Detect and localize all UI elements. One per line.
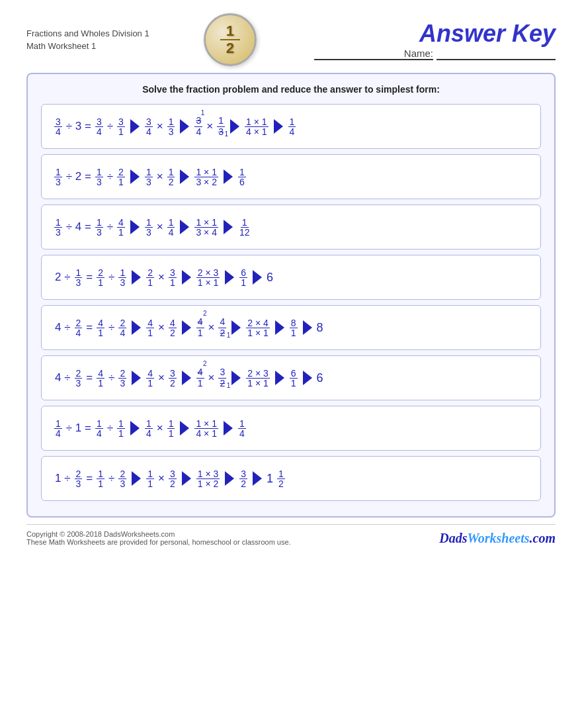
problem-4-math: 2 ÷ 13 = 21 ÷ 13 21 × 31 2 × 31 × 1 61 6 — [54, 268, 273, 287]
problem-2-math: 13 ÷ 2 = 13 ÷ 21 13 × 12 1 × 13 × 2 16 — [54, 167, 247, 187]
name-line: Name: — [311, 48, 556, 60]
problem-6-math: 4 ÷ 23 = 41 ÷ 23 41 × 32 4 2 1 — [54, 367, 323, 388]
header: Fractions and Wholes Division 1 Math Wor… — [26, 13, 556, 66]
footer-left: Copyright © 2008-2018 DadsWorksheets.com… — [26, 530, 291, 546]
problem-7-math: 14 ÷ 1 = 14 ÷ 11 14 × 11 1 × 14 × 1 14 — [54, 419, 247, 438]
instruction-text: Solve the fraction problem and reduce th… — [41, 84, 541, 95]
problem-1: 34 ÷ 3 = 34 ÷ 31 34 × 13 3 1 4 — [41, 104, 541, 149]
page: Fractions and Wholes Division 1 Math Wor… — [0, 0, 582, 728]
footer-logo: DadsWorksheets.com — [439, 531, 556, 546]
problem-1-math: 34 ÷ 3 = 34 ÷ 31 34 × 13 3 1 4 — [54, 116, 296, 137]
name-underline — [436, 48, 556, 60]
problem-7: 14 ÷ 1 = 14 ÷ 11 14 × 11 1 × 14 × 1 14 — [41, 406, 541, 451]
fraction-logo: 1 2 — [204, 13, 257, 66]
problem-8-math: 1 ÷ 23 = 11 ÷ 23 11 × 32 1 × 31 × 2 32 1… — [54, 469, 286, 488]
main-content-box: Solve the fraction problem and reduce th… — [26, 73, 556, 518]
worksheet-title-line1: Fractions and Wholes Division 1 — [26, 27, 149, 40]
answer-key-label: Answer Key — [311, 20, 556, 48]
problem-6: 4 ÷ 23 = 41 ÷ 23 41 × 32 4 2 1 — [41, 355, 541, 400]
worksheet-title-line2: Math Worksheet 1 — [26, 40, 149, 53]
problem-5-math: 4 ÷ 24 = 41 ÷ 24 41 × 42 4 2 1 — [54, 317, 323, 338]
problem-2: 13 ÷ 2 = 13 ÷ 21 13 × 12 1 × 13 × 2 16 — [41, 154, 541, 199]
header-center: 1 2 — [204, 13, 257, 66]
footer: Copyright © 2008-2018 DadsWorksheets.com… — [26, 524, 556, 546]
problem-3: 13 ÷ 4 = 13 ÷ 41 13 × 14 1 × 13 × 4 112 — [41, 205, 541, 250]
name-label: Name: — [314, 48, 433, 60]
footer-copyright: Copyright © 2008-2018 DadsWorksheets.com — [26, 530, 291, 538]
problem-3-math: 13 ÷ 4 = 13 ÷ 41 13 × 14 1 × 13 × 4 112 — [54, 218, 252, 237]
header-right: Answer Key Name: — [311, 20, 556, 60]
problem-4: 2 ÷ 13 = 21 ÷ 13 21 × 31 2 × 31 × 1 61 6 — [41, 255, 541, 300]
problem-5: 4 ÷ 24 = 41 ÷ 24 41 × 42 4 2 1 — [41, 305, 541, 350]
problem-8: 1 ÷ 23 = 11 ÷ 23 11 × 32 1 × 31 × 2 32 1… — [41, 456, 541, 501]
footer-note: These Math Worksheets are provided for p… — [26, 538, 291, 546]
header-left: Fractions and Wholes Division 1 Math Wor… — [26, 27, 149, 53]
